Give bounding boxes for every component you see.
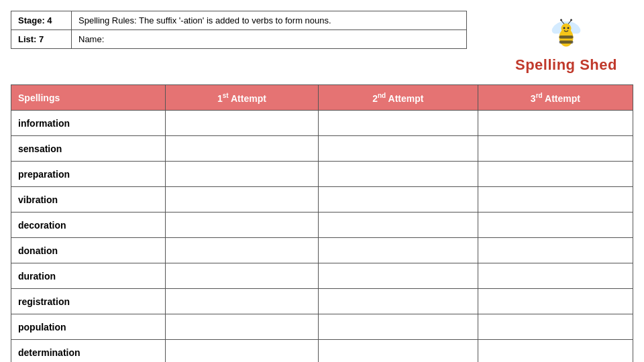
- svg-rect-3: [559, 36, 574, 39]
- attempt-cell-3[interactable]: [478, 238, 633, 263]
- attempt-cell-1[interactable]: [166, 213, 319, 238]
- logo-text: Spelling Shed: [515, 56, 617, 74]
- name-label: Name:: [72, 30, 466, 48]
- table-row: registration: [11, 289, 633, 314]
- attempt-cell-2[interactable]: [318, 314, 478, 340]
- attempt-cell-1[interactable]: [166, 187, 319, 213]
- attempt-cell-3[interactable]: [478, 213, 633, 238]
- word-cell: preparation: [11, 162, 166, 187]
- col-header-attempt1: 1st Attempt: [166, 85, 319, 111]
- attempt-cell-2[interactable]: [318, 340, 478, 363]
- attempt1-num: 1: [217, 93, 223, 103]
- word-cell: duration: [11, 263, 166, 289]
- stage-label: Stage: 4: [11, 11, 72, 29]
- attempt-cell-3[interactable]: [478, 187, 633, 213]
- svg-point-5: [561, 23, 572, 34]
- attempt3-suffix: Attempt: [543, 93, 580, 103]
- attempt3-sup: rd: [536, 92, 543, 99]
- attempt-cell-2[interactable]: [318, 263, 478, 289]
- attempt-cell-3[interactable]: [478, 162, 633, 187]
- col-header-attempt3: 3rd Attempt: [478, 85, 633, 111]
- col-header-attempt2: 2nd Attempt: [318, 85, 478, 111]
- word-cell: sensation: [11, 136, 166, 162]
- svg-rect-4: [559, 41, 574, 44]
- word-cell: vibration: [11, 187, 166, 213]
- table-row: sensation: [11, 136, 633, 162]
- attempt3-num: 3: [531, 93, 536, 103]
- table-header-row: Spellings 1st Attempt 2nd Attempt 3rd At…: [11, 85, 633, 111]
- table-row: vibration: [11, 187, 633, 213]
- bee-icon: [546, 13, 586, 54]
- word-cell: donation: [11, 238, 166, 263]
- attempt2-sup: nd: [378, 92, 386, 99]
- attempt-cell-1[interactable]: [166, 111, 319, 136]
- attempt-cell-2[interactable]: [318, 289, 478, 314]
- attempt-cell-3[interactable]: [478, 340, 633, 363]
- attempt2-suffix: Attempt: [386, 93, 423, 103]
- attempt-cell-2[interactable]: [318, 187, 478, 213]
- svg-point-11: [570, 19, 572, 21]
- attempt-cell-1[interactable]: [166, 340, 319, 363]
- attempt-cell-1[interactable]: [166, 238, 319, 263]
- list-label: List: 7: [11, 30, 72, 48]
- logo-spelling: Spelling: [515, 56, 580, 73]
- attempt-cell-1[interactable]: [166, 314, 319, 340]
- spelling-table: Spellings 1st Attempt 2nd Attempt 3rd At…: [11, 84, 633, 362]
- table-row: population: [11, 314, 633, 340]
- attempt-cell-2[interactable]: [318, 111, 478, 136]
- attempt-cell-3[interactable]: [478, 263, 633, 289]
- stage-rule: Spelling Rules: The suffix '-ation' is a…: [72, 11, 466, 29]
- attempt-cell-2[interactable]: [318, 238, 478, 263]
- attempt-cell-1[interactable]: [166, 289, 319, 314]
- table-row: preparation: [11, 162, 633, 187]
- logo-area: Spelling Shed: [499, 11, 633, 74]
- svg-point-6: [564, 27, 566, 29]
- table-row: duration: [11, 263, 633, 289]
- attempt-cell-2[interactable]: [318, 162, 478, 187]
- header-area: Stage: 4 Spelling Rules: The suffix '-at…: [11, 11, 633, 74]
- attempt-cell-2[interactable]: [318, 136, 478, 162]
- attempt-cell-1[interactable]: [166, 136, 319, 162]
- stage-row: Stage: 4 Spelling Rules: The suffix '-at…: [11, 11, 466, 30]
- attempt-cell-3[interactable]: [478, 289, 633, 314]
- attempt-cell-3[interactable]: [478, 314, 633, 340]
- word-cell: determination: [11, 340, 166, 363]
- attempt1-sup: st: [223, 92, 229, 99]
- svg-point-7: [568, 27, 570, 29]
- table-row: donation: [11, 238, 633, 263]
- word-cell: population: [11, 314, 166, 340]
- logo-shed: Shed: [580, 56, 617, 73]
- attempt-cell-2[interactable]: [318, 213, 478, 238]
- word-cell: information: [11, 111, 166, 136]
- svg-point-9: [560, 19, 562, 21]
- word-cell: decoration: [11, 213, 166, 238]
- word-cell: registration: [11, 289, 166, 314]
- list-row: List: 7 Name:: [11, 30, 466, 48]
- attempt-cell-3[interactable]: [478, 136, 633, 162]
- attempt-cell-3[interactable]: [478, 111, 633, 136]
- attempt-cell-1[interactable]: [166, 263, 319, 289]
- header-info: Stage: 4 Spelling Rules: The suffix '-at…: [11, 11, 467, 49]
- col-header-spellings: Spellings: [11, 85, 166, 111]
- attempt1-suffix: Attempt: [229, 93, 266, 103]
- table-row: information: [11, 111, 633, 136]
- attempt-cell-1[interactable]: [166, 162, 319, 187]
- table-row: decoration: [11, 213, 633, 238]
- attempt2-num: 2: [372, 93, 378, 103]
- table-row: determination: [11, 340, 633, 363]
